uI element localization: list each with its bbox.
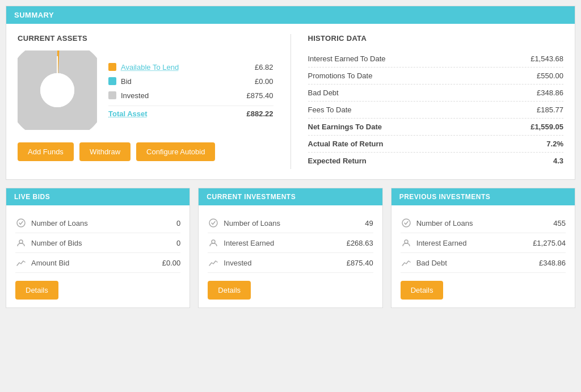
pie-chart bbox=[18, 50, 97, 130]
svg-point-8 bbox=[402, 219, 410, 227]
historic-value-0: £1,543.68 bbox=[531, 54, 563, 63]
historic-row-6: Expected Return 4.3 bbox=[308, 153, 564, 169]
previous-investments-label-1: Interest Earned bbox=[416, 239, 533, 247]
current-investments-value-0: 49 bbox=[365, 219, 373, 227]
live-bids-value-0: 0 bbox=[176, 219, 180, 227]
historic-value-5: 7.2% bbox=[546, 140, 563, 148]
live-bids-value-2: £0.00 bbox=[162, 259, 181, 267]
summary-body: CURRENT ASSETS bbox=[6, 24, 575, 179]
withdraw-button[interactable]: Withdraw bbox=[79, 142, 130, 161]
historic-value-1: £550.00 bbox=[537, 71, 563, 80]
user-icon-1 bbox=[208, 237, 219, 248]
current-investments-label-0: Number of Loans bbox=[224, 219, 365, 227]
live-bids-details-button[interactable]: Details bbox=[15, 281, 58, 300]
svg-point-4 bbox=[17, 219, 25, 227]
current-investments-value-2: £875.40 bbox=[347, 259, 373, 267]
chart-icon-1 bbox=[208, 257, 219, 268]
chart-icon-2 bbox=[401, 257, 412, 268]
previous-investments-stat-1: Interest Earned £1,275.04 bbox=[401, 233, 566, 253]
previous-investments-buttons: Details bbox=[401, 281, 566, 300]
total-asset-value: £882.22 bbox=[247, 109, 273, 118]
legend-value-available: £6.82 bbox=[239, 63, 273, 71]
historic-row-1: Promotions To Date £550.00 bbox=[308, 68, 564, 85]
historic-value-2: £348.86 bbox=[537, 88, 563, 97]
current-investments-details-button[interactable]: Details bbox=[208, 281, 251, 300]
chart-icon-0 bbox=[15, 257, 27, 268]
previous-investments-value-1: £1,275.04 bbox=[533, 239, 566, 247]
previous-investments-card: PREVIOUS INVESTMENTS Number of Loans 455 bbox=[391, 188, 575, 308]
live-bids-buttons: Details bbox=[15, 281, 180, 300]
historic-row-2: Bad Debt £348.86 bbox=[308, 85, 564, 102]
total-asset-label[interactable]: Total Asset bbox=[108, 109, 247, 118]
historic-data-title: HISTORIC DATA bbox=[308, 34, 564, 43]
previous-investments-details-button[interactable]: Details bbox=[401, 281, 444, 300]
live-bids-header: LIVE BIDS bbox=[6, 188, 190, 205]
live-bids-label-1: Number of Bids bbox=[31, 239, 176, 247]
svg-point-7 bbox=[212, 240, 215, 243]
historic-row-4: Net Earnings To Date £1,559.05 bbox=[308, 119, 564, 136]
current-investments-label-1: Interest Earned bbox=[224, 239, 346, 247]
live-bids-label-0: Number of Loans bbox=[31, 219, 176, 227]
previous-investments-label-0: Number of Loans bbox=[416, 219, 554, 227]
section-divider bbox=[290, 34, 291, 169]
legend-label-invested: Invested bbox=[121, 91, 239, 100]
legend-label-available[interactable]: Available To Lend bbox=[121, 63, 239, 71]
historic-label-2: Bad Debt bbox=[308, 88, 339, 97]
configure-autobid-button[interactable]: Configure Autobid bbox=[136, 142, 215, 161]
historic-row-0: Interest Earned To Date £1,543.68 bbox=[308, 50, 564, 68]
historic-row-3: Fees To Date £185.77 bbox=[308, 102, 564, 119]
user-icon-0 bbox=[15, 237, 27, 248]
legend-value-invested: £875.40 bbox=[239, 91, 273, 100]
historic-value-3: £185.77 bbox=[537, 106, 563, 114]
total-row: Total Asset £882.22 bbox=[108, 106, 273, 118]
current-investments-stat-1: Interest Earned £268.63 bbox=[208, 233, 373, 253]
live-bids-value-1: 0 bbox=[176, 239, 180, 247]
current-investments-label-2: Invested bbox=[224, 259, 346, 267]
add-funds-button[interactable]: Add Funds bbox=[18, 142, 74, 161]
legend-dot-invested bbox=[108, 91, 116, 99]
legend-value-bid: £0.00 bbox=[239, 77, 273, 86]
check-icon-1 bbox=[208, 217, 219, 229]
current-investments-value-1: £268.63 bbox=[347, 239, 373, 247]
summary-card: SUMMARY CURRENT ASSETS bbox=[6, 6, 575, 180]
svg-point-5 bbox=[19, 240, 23, 243]
previous-investments-value-2: £348.86 bbox=[539, 259, 566, 267]
historic-label-3: Fees To Date bbox=[308, 106, 352, 114]
assets-legend: Available To Lend £6.82 Bid £0.00 Invest… bbox=[108, 63, 273, 118]
previous-investments-label-2: Bad Debt bbox=[416, 259, 539, 267]
historic-label-0: Interest Earned To Date bbox=[308, 54, 386, 63]
legend-dot-available bbox=[108, 63, 116, 71]
historic-label-4: Net Earnings To Date bbox=[308, 123, 382, 131]
historic-row-5: Actual Rate of Return 7.2% bbox=[308, 136, 564, 153]
current-investments-card: CURRENT INVESTMENTS Number of Loans 49 bbox=[198, 188, 382, 308]
svg-point-6 bbox=[209, 219, 217, 227]
current-investments-header: CURRENT INVESTMENTS bbox=[199, 188, 382, 205]
current-assets-section: CURRENT ASSETS bbox=[18, 34, 273, 169]
bottom-cards: LIVE BIDS Number of Loans 0 bbox=[6, 188, 575, 308]
check-icon-2 bbox=[401, 217, 412, 229]
current-assets-title: CURRENT ASSETS bbox=[18, 34, 273, 43]
assets-content: Available To Lend £6.82 Bid £0.00 Invest… bbox=[18, 50, 273, 130]
previous-investments-value-0: 455 bbox=[553, 219, 566, 227]
live-bids-stat-2: Amount Bid £0.00 bbox=[15, 253, 180, 273]
check-icon-0 bbox=[15, 217, 27, 229]
current-investments-buttons: Details bbox=[208, 281, 373, 300]
historic-value-4: £1,559.05 bbox=[531, 123, 563, 131]
legend-item-invested: Invested £875.40 bbox=[108, 91, 273, 100]
current-investments-stat-2: Invested £875.40 bbox=[208, 253, 373, 273]
summary-layout: CURRENT ASSETS bbox=[18, 34, 563, 169]
legend-item-available: Available To Lend £6.82 bbox=[108, 63, 273, 71]
live-bids-label-2: Amount Bid bbox=[31, 259, 162, 267]
legend-item-bid: Bid £0.00 bbox=[108, 77, 273, 86]
legend-label-bid: Bid bbox=[121, 77, 239, 86]
action-buttons: Add Funds Withdraw Configure Autobid bbox=[18, 142, 273, 161]
user-icon-2 bbox=[401, 237, 412, 248]
current-investments-stat-0: Number of Loans 49 bbox=[208, 213, 373, 233]
historic-label-5: Actual Rate of Return bbox=[308, 140, 384, 148]
current-investments-body: Number of Loans 49 Interest Earned £268.… bbox=[199, 205, 382, 307]
live-bids-stat-0: Number of Loans 0 bbox=[15, 213, 180, 233]
previous-investments-header: PREVIOUS INVESTMENTS bbox=[391, 188, 575, 205]
live-bids-body: Number of Loans 0 Number of Bids 0 bbox=[6, 205, 190, 307]
summary-header: SUMMARY bbox=[6, 6, 575, 24]
svg-point-9 bbox=[405, 240, 408, 243]
